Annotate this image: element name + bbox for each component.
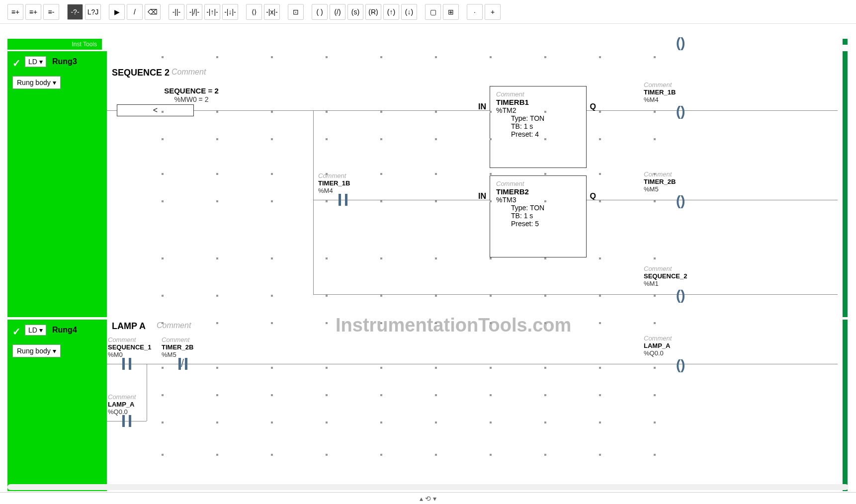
horizontal-scrollbar[interactable]	[7, 484, 849, 490]
toolbar: ≡+ ≡+ ≡- -?- L?J ▶ / ⌫ -||- -|/|- -|↑|- …	[0, 0, 856, 24]
rung4-language-select[interactable]: LD ▾	[25, 325, 46, 336]
tool-more1[interactable]: ·	[467, 4, 483, 20]
ladder-canvas[interactable]: SEQUENCE 2 Comment SEQUENCE = 2 %MW0 = 2…	[102, 39, 848, 491]
rung4-check-icon: ✓	[12, 326, 21, 337]
tool-pointer[interactable]: ▶	[109, 4, 125, 20]
tool-coil-reset[interactable]: (R)	[365, 4, 381, 20]
tool-function-block[interactable]: ⊡	[288, 4, 304, 20]
tool-compare[interactable]: ⟨⟩	[246, 4, 262, 20]
tool-more2[interactable]: +	[485, 4, 501, 20]
rung3-language-select[interactable]: LD ▾	[25, 56, 46, 67]
tool-coil[interactable]: ( )	[312, 4, 328, 20]
tool-contact-rising[interactable]: -|↑|-	[204, 4, 220, 20]
rung3-sidebar[interactable]: ✓ LD ▾ Rung3 Rung body ▾	[7, 51, 102, 317]
tool-coil-neg[interactable]: (/)	[330, 4, 345, 20]
bottom-collapse-bar[interactable]: ▴ ⟲ ▾	[0, 492, 856, 504]
tool-xor[interactable]: -|x|-	[264, 4, 280, 20]
tool-coil-rising[interactable]: (↑)	[383, 4, 399, 20]
rung4-name[interactable]: Rung4	[52, 326, 77, 335]
tool-insert-rung-after[interactable]: ≡+	[25, 4, 41, 20]
tool-insert-rung[interactable]: ≡+	[7, 4, 23, 20]
rung4-sidebar[interactable]: ✓ LD ▾ Rung4 Rung body ▾	[7, 320, 102, 491]
tool-contact-nc[interactable]: -|/|-	[186, 4, 202, 20]
tool-delete-rung[interactable]: ≡-	[43, 4, 59, 20]
rung-top-strip: Inst Tools	[7, 39, 102, 50]
collapse-toggle[interactable]: ▴ ⟲ ▾	[420, 495, 436, 503]
rung3-check-icon: ✓	[12, 57, 21, 69]
tool-operate[interactable]: ▢	[425, 4, 441, 20]
tool-label[interactable]: L?J	[85, 4, 101, 20]
tool-add-block[interactable]: ⊞	[443, 4, 459, 20]
tool-draw[interactable]: /	[127, 4, 143, 20]
rung3-name[interactable]: Rung3	[52, 57, 77, 66]
grid-dots	[102, 39, 848, 491]
tool-contact-falling[interactable]: -|↓|-	[222, 4, 238, 20]
main-canvas: Inst Tools ✓ LD ▾ Rung3 Rung body ▾ ✓ LD…	[0, 24, 856, 491]
rung4-body-select[interactable]: Rung body ▾	[12, 344, 61, 357]
rung3-body-select[interactable]: Rung body ▾	[12, 76, 61, 89]
watermark-small: Inst Tools	[72, 41, 97, 48]
tool-coil-falling[interactable]: (↓)	[401, 4, 417, 20]
tool-coil-set[interactable]: (s)	[347, 4, 363, 20]
tool-comment[interactable]: -?-	[67, 4, 83, 20]
tool-erase[interactable]: ⌫	[145, 4, 161, 20]
tool-contact-no[interactable]: -||-	[169, 4, 184, 20]
